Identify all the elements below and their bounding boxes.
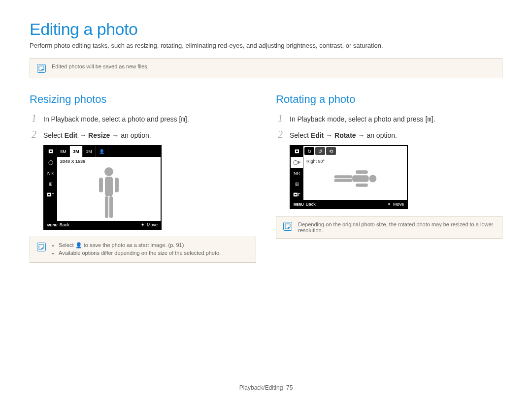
svg-rect-2 [99,178,103,192]
lcd-icon-active: 3M [70,146,83,157]
rotate-right-icon: ↻ [304,147,314,155]
step-text-part: an option. [366,131,397,139]
resize-step-2: 2 Select Edit → Resize → an option. [30,129,256,140]
note-icon [37,64,46,73]
step-text: In Playback mode, select a photo and pre… [43,115,256,123]
person-silhouette-rotated-icon [332,166,378,191]
resize-note-box: Select 👤 to save the photo as a start im… [30,237,256,263]
rotate-icon-bar: ↻ ↺ ⟲ [303,146,407,157]
rotate-lcd: 🞑 ◯F NR ⊞ 🞑F ↻ ↺ ⟲ Right 90° [290,145,408,209]
lcd-side-icon: 🞑 [291,146,303,157]
intro-text: Perform photo editing tasks, such as res… [30,42,502,49]
edit-label: Edit [311,131,324,139]
menu-key: m [427,116,431,123]
lcd-move: ✦ Move [387,202,404,207]
footer-section: Playback/Editing [239,384,283,391]
step-text-part: ]. [185,115,189,123]
resize-label: Resize [88,131,110,139]
lcd-bottom-bar: MENU Back ✦ Move [44,221,161,229]
step-text-part: Select [43,131,65,139]
rotate-label: Rotate [334,131,356,139]
lcd-top-bar: 🞑 5M 3M 1M 👤 [44,146,161,157]
lcd-icon: 5M [57,146,70,157]
top-note-text: Edited photos will be saved as new files… [52,63,149,69]
step-text-part: In Playback mode, select a photo and pre… [43,115,181,123]
resolution-label: 2048 X 1536 [60,159,85,164]
rotate-step-1: 1 In Playback mode, select a photo and p… [276,113,502,124]
svg-point-0 [104,167,113,176]
arrow-icon: → [356,131,367,139]
lcd-body: 2048 X 1536 [57,157,161,221]
page-title: Editing a photo [30,20,502,39]
edit-label: Edit [65,131,77,139]
resize-step-1: 1 In Playback mode, select a photo and p… [30,113,256,124]
resize-lcd: 🞑 5M 3M 1M 👤 ◯ NR ⊞ 🞑F 2048 X 1536 [43,145,162,230]
lcd-sidebar: ◯ NR ⊞ 🞑F [44,157,57,221]
lcd-body: Right 90° [303,157,407,200]
top-note-box: Edited photos will be saved as new files… [30,58,502,78]
rotating-column: Rotating a photo 1 In Playback mode, sel… [276,93,502,263]
lcd-side-icon: ⊞ [44,179,57,189]
lcd-side-icon: NR [291,168,303,179]
step-number: 1 [276,113,285,124]
arrow-icon: → [110,131,121,139]
lcd-icon: 👤 [96,146,108,157]
lcd-icon: 1M [83,146,96,157]
lcd-side-icon: ⊞ [291,179,303,189]
rotate-note-text: Depending on the original photo size, th… [298,221,495,233]
step-number: 2 [30,129,38,140]
svg-rect-8 [356,170,368,174]
step-text: Select Edit → Rotate → an option. [290,131,502,139]
arrow-icon: → [77,131,88,139]
step-number: 1 [30,113,38,124]
step-text: In Playback mode, select a photo and pre… [290,115,502,123]
page-footer: Playback/Editing 75 [0,384,532,391]
lcd-sidebar: 🞑 ◯F NR ⊞ 🞑F [291,146,303,200]
step-text-part: ]. [432,115,435,123]
lcd-side-icon-active: ◯F [291,157,303,168]
menu-key: m [181,116,185,123]
lcd-back: MENU Back [47,222,69,227]
svg-rect-7 [352,175,368,182]
lcd-side-icon: ◯ [44,157,57,168]
rotate-degree-label: Right 90° [306,159,325,164]
lcd-side-icon: 🞑F [44,189,57,200]
resizing-column: Resizing photos 1 In Playback mode, sele… [30,93,256,263]
svg-rect-9 [356,184,368,187]
step-number: 2 [276,129,285,140]
rotate-step-2: 2 Select Edit → Rotate → an option. [276,129,502,140]
svg-rect-11 [334,179,353,182]
lcd-side-icon: NR [44,168,57,179]
person-silhouette-icon [94,166,124,220]
svg-rect-4 [105,196,108,218]
step-text-part: In Playback mode, select a photo and pre… [290,115,427,123]
note-bullet: Select 👤 to save the photo as a start im… [59,242,221,248]
step-text: Select Edit → Resize → an option. [43,131,256,139]
svg-rect-3 [115,178,119,192]
arrow-icon: → [324,131,334,139]
svg-point-6 [369,175,376,183]
lcd-icon: 🞑 [44,146,57,157]
rotate-180-icon: ⟲ [326,147,336,155]
resize-note-list: Select 👤 to save the photo as a start im… [52,242,221,257]
resizing-heading: Resizing photos [30,93,256,106]
note-bullet: Available options differ depending on th… [59,250,221,256]
rotate-note-box: Depending on the original photo size, th… [276,216,502,239]
step-text-part: Select [290,131,311,139]
note-icon [37,243,46,251]
step-text-part: an option. [121,131,151,139]
rotate-left-icon: ↺ [315,147,325,155]
lcd-move: ✦ Move [141,222,158,227]
svg-rect-5 [109,196,113,218]
svg-rect-10 [334,175,353,178]
lcd-bottom-bar: MENU Back ✦ Move [291,200,407,208]
footer-page-number: 75 [286,384,293,391]
svg-rect-1 [105,177,113,196]
lcd-side-icon: 🞑F [291,189,303,200]
lcd-back: MENU Back [294,202,316,207]
rotating-heading: Rotating a photo [276,93,502,106]
note-icon [283,222,292,231]
